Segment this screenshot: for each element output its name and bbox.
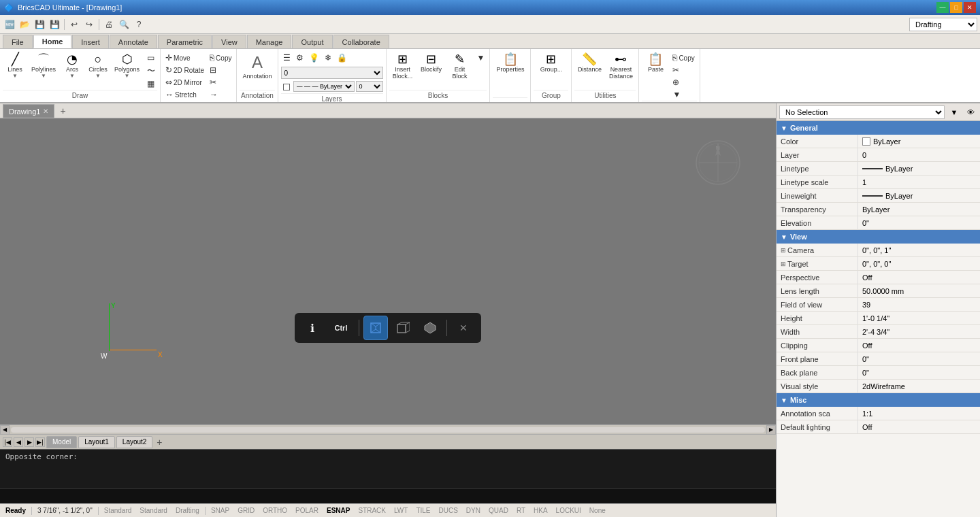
extend-button[interactable]: → bbox=[208, 88, 233, 101]
polylines-button[interactable]: ⌒ Polylines ▼ bbox=[29, 52, 59, 80]
blockify-button[interactable]: ⊟ Blockify bbox=[418, 52, 445, 74]
block-extra-button[interactable]: ▼ bbox=[475, 52, 487, 64]
view-section-header[interactable]: ▼ View bbox=[777, 230, 980, 244]
polygons-button[interactable]: ⬡ Polygons ▼ bbox=[112, 52, 142, 80]
status-snap[interactable]: SNAP bbox=[208, 507, 232, 514]
doc-tab-drawing1[interactable]: Drawing1 ✕ bbox=[3, 104, 54, 118]
pastespec-button[interactable]: ▼ bbox=[670, 88, 696, 101]
tab-collaborate[interactable]: Collaborate bbox=[333, 35, 389, 48]
save-button[interactable]: 💾 bbox=[33, 18, 46, 31]
tab-view[interactable]: View bbox=[212, 35, 246, 48]
zoom-button[interactable]: 🔍 bbox=[117, 18, 131, 31]
maximize-button[interactable]: □ bbox=[950, 2, 962, 13]
status-polar[interactable]: POLAR bbox=[293, 507, 321, 514]
paste-button[interactable]: 📋 Paste bbox=[642, 52, 669, 74]
layer-freeze-button[interactable]: ❄ bbox=[323, 52, 333, 64]
print-button[interactable]: 🖨 bbox=[102, 18, 116, 31]
mirror-button[interactable]: ⇔ 2D Mirror bbox=[163, 76, 206, 88]
ft-realistic-button[interactable] bbox=[418, 316, 442, 340]
status-ortho[interactable]: ORTHO bbox=[260, 507, 290, 514]
copy-button[interactable]: ⎘ Copy bbox=[208, 52, 233, 64]
layout-tab-layout1[interactable]: Layout1 bbox=[78, 436, 115, 448]
tab-annotate[interactable]: Annotate bbox=[110, 35, 157, 48]
scroll-left-button[interactable]: ◀ bbox=[0, 425, 10, 435]
status-ducs[interactable]: DUCS bbox=[436, 507, 461, 514]
add-tab-button[interactable]: + bbox=[56, 104, 69, 118]
filter-button[interactable]: ▼ bbox=[947, 105, 961, 119]
layout-nav-first[interactable]: |◀ bbox=[3, 437, 12, 447]
saveas-button[interactable]: 💾 bbox=[48, 18, 61, 31]
redo-button[interactable]: ↪ bbox=[82, 18, 96, 31]
properties-ribbon-button[interactable]: 📋 Properties bbox=[493, 52, 527, 74]
misc-section-header[interactable]: ▼ Misc bbox=[777, 393, 980, 407]
selection-filter-select[interactable]: No Selection bbox=[779, 105, 945, 119]
tab-parametric[interactable]: Parametric bbox=[158, 35, 212, 48]
minimize-button[interactable]: — bbox=[936, 2, 949, 13]
scroll-right-button[interactable]: ▶ bbox=[766, 425, 776, 435]
status-quad[interactable]: QUAD bbox=[486, 507, 511, 514]
status-lwt[interactable]: LWT bbox=[391, 507, 410, 514]
close-tab-button[interactable]: ✕ bbox=[43, 107, 48, 115]
tab-insert[interactable]: Insert bbox=[72, 35, 109, 48]
tab-home[interactable]: Home bbox=[33, 35, 72, 48]
horizontal-scrollbar[interactable]: ◀ ▶ bbox=[0, 424, 776, 434]
status-esnap[interactable]: ESNAP bbox=[324, 507, 353, 514]
status-grid[interactable]: GRID bbox=[235, 507, 257, 514]
status-standard2[interactable]: Standard bbox=[137, 507, 170, 514]
tab-manage[interactable]: Manage bbox=[247, 35, 292, 48]
status-tile[interactable]: TILE bbox=[413, 507, 433, 514]
status-drafting[interactable]: Drafting bbox=[173, 507, 202, 514]
status-lockui[interactable]: LOCKUI bbox=[553, 507, 584, 514]
close-button[interactable]: ✕ bbox=[964, 2, 976, 13]
color-main-select[interactable]: 0 bbox=[356, 81, 383, 92]
open-button[interactable]: 📂 bbox=[18, 18, 31, 31]
status-hka[interactable]: HKA bbox=[531, 507, 551, 514]
layer-select[interactable]: 0 bbox=[281, 67, 383, 79]
tab-file[interactable]: File bbox=[3, 35, 33, 48]
ft-close-button[interactable]: ✕ bbox=[451, 316, 476, 340]
visibility-toggle-button[interactable]: 👁 bbox=[964, 105, 977, 119]
circles-button[interactable]: ○ Circles ▼ bbox=[86, 52, 110, 80]
ft-2dwireframe-button[interactable] bbox=[363, 316, 388, 340]
distance-button[interactable]: 📏 Distance bbox=[574, 52, 604, 74]
drawing-canvas[interactable]: N X Y W ℹ Ctrl bbox=[0, 118, 776, 424]
titlebar-controls[interactable]: — □ ✕ bbox=[936, 2, 976, 13]
help-button[interactable]: ? bbox=[132, 18, 146, 31]
hatch-button[interactable]: ▦ bbox=[145, 78, 157, 90]
layout-tab-layout2[interactable]: Layout2 bbox=[116, 436, 153, 448]
add-layout-button[interactable]: + bbox=[154, 437, 165, 448]
new-button[interactable]: 🆕 bbox=[3, 18, 16, 31]
layout-nav-next[interactable]: ▶ bbox=[24, 437, 34, 447]
status-dyn[interactable]: DYN bbox=[463, 507, 483, 514]
trim-button[interactable]: ✂ bbox=[208, 76, 233, 88]
copywithbasepoint-button[interactable]: ⊕ bbox=[670, 76, 696, 88]
scroll-track[interactable] bbox=[11, 427, 765, 433]
ft-ctrl-button[interactable]: Ctrl bbox=[327, 316, 355, 340]
layout-nav-prev[interactable]: ◀ bbox=[14, 437, 23, 447]
edit-block-button[interactable]: ✎ EditBlock bbox=[446, 52, 474, 81]
status-strack[interactable]: STRACK bbox=[355, 507, 389, 514]
color-button[interactable] bbox=[281, 81, 292, 93]
status-none[interactable]: None bbox=[587, 507, 608, 514]
annotation-button[interactable]: A Annotation bbox=[240, 52, 274, 81]
cutclip-button[interactable]: ✂ bbox=[670, 64, 696, 76]
stretch-button[interactable]: ↔ Stretch bbox=[163, 88, 206, 101]
layer-lock-button[interactable]: 🔒 bbox=[335, 52, 349, 64]
copy-clip-button[interactable]: ⎘ Copy bbox=[670, 52, 696, 64]
spline-button[interactable]: 〜 bbox=[145, 65, 157, 77]
ft-info-button[interactable]: ℹ bbox=[300, 316, 325, 340]
tab-output[interactable]: Output bbox=[292, 35, 332, 48]
workspace-select[interactable]: Drafting 2D Drafting 3D Modeling Classic bbox=[909, 18, 977, 31]
rotate-button[interactable]: ↻ 2D Rotate bbox=[163, 64, 206, 76]
layout-nav-last[interactable]: ▶| bbox=[35, 437, 45, 447]
rectangle-button[interactable]: ▭ bbox=[145, 52, 157, 64]
nearest-distance-button[interactable]: ⊷ NearestDistance bbox=[606, 52, 636, 81]
offset-button[interactable]: ⊟ bbox=[208, 64, 233, 76]
insert-block-button[interactable]: ⊞ InsertBlock... bbox=[389, 52, 416, 81]
linetype-select[interactable]: — — — ByLayer bbox=[293, 81, 355, 92]
arcs-button[interactable]: ◔ Arcs ▼ bbox=[60, 52, 84, 80]
layer-manager-button[interactable]: ☰ bbox=[281, 52, 293, 64]
general-section-header[interactable]: ▼ General bbox=[777, 121, 980, 135]
status-rt[interactable]: RT bbox=[514, 507, 528, 514]
undo-button[interactable]: ↩ bbox=[67, 18, 81, 31]
